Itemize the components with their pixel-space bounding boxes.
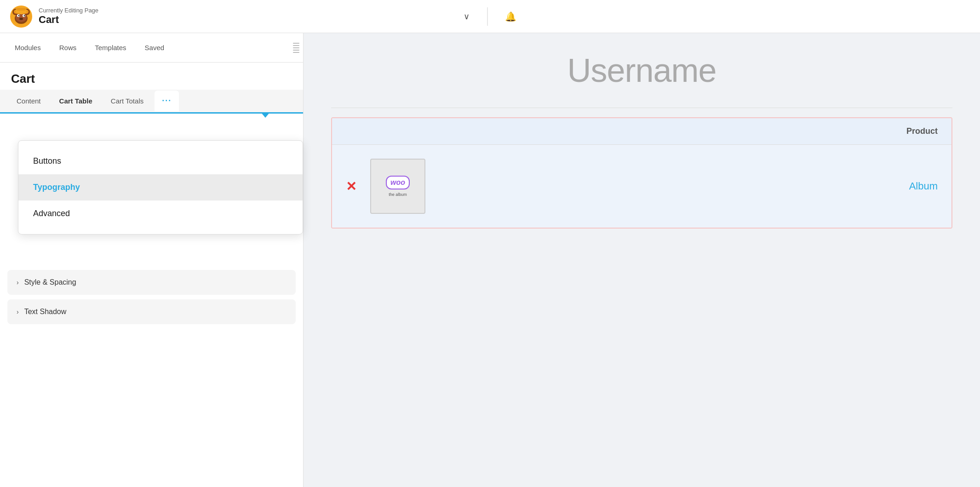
module-tab-cart-table[interactable]: Cart Table bbox=[50, 90, 102, 112]
main-layout: Modules Rows Templates Saved Cart Conten… bbox=[0, 33, 980, 487]
woo-logo: woo the album bbox=[386, 176, 410, 197]
more-dots-icon: ··· bbox=[162, 96, 172, 105]
top-header: Currently Editing Page Cart ∨ 🔔 bbox=[0, 0, 980, 33]
logo-icon bbox=[9, 5, 33, 29]
sidebar: Modules Rows Templates Saved Cart Conten… bbox=[0, 33, 304, 487]
module-tabbar: Content Cart Table Cart Totals ··· bbox=[0, 90, 303, 114]
dropdown-item-buttons[interactable]: Buttons bbox=[18, 148, 303, 174]
module-tab-content[interactable]: Content bbox=[7, 90, 50, 112]
remove-icon: ✕ bbox=[346, 179, 356, 194]
svg-point-9 bbox=[18, 15, 20, 16]
content-inner: Username Product ✕ woo bbox=[304, 33, 980, 247]
dropdown-item-advanced[interactable]: Advanced bbox=[18, 201, 303, 227]
svg-rect-15 bbox=[17, 8, 26, 11]
svg-point-10 bbox=[24, 15, 25, 16]
sidebar-tab-templates[interactable]: Templates bbox=[87, 40, 133, 55]
module-tab-cart-totals[interactable]: Cart Totals bbox=[102, 90, 153, 112]
product-name: Album bbox=[439, 180, 938, 192]
woo-subtitle: the album bbox=[386, 192, 410, 197]
chevron-right-icon: › bbox=[17, 279, 19, 286]
header-subtitle: Currently Editing Page bbox=[39, 7, 98, 14]
chevron-down-button[interactable]: ∨ bbox=[460, 8, 473, 25]
content-divider bbox=[331, 108, 952, 108]
sidebar-tabbar: Modules Rows Templates Saved bbox=[0, 33, 303, 63]
remove-item-button[interactable]: ✕ bbox=[346, 179, 356, 194]
product-thumbnail: woo the album bbox=[370, 159, 425, 214]
woo-bubble: woo bbox=[386, 176, 410, 189]
woo-text: woo bbox=[390, 178, 405, 186]
svg-point-11 bbox=[19, 17, 23, 20]
sidebar-tab-modules[interactable]: Modules bbox=[7, 40, 48, 55]
bell-icon: 🔔 bbox=[505, 11, 516, 22]
header-page-title: Cart bbox=[39, 14, 98, 26]
content-area: Username Product ✕ woo bbox=[304, 33, 980, 487]
sidebar-tab-rows[interactable]: Rows bbox=[52, 40, 84, 55]
accordion-style-spacing-label: Style & Spacing bbox=[24, 278, 76, 286]
chevron-right-icon-2: › bbox=[17, 308, 19, 315]
header-title-group: Currently Editing Page Cart bbox=[39, 7, 98, 26]
product-column-header: Product bbox=[906, 126, 938, 136]
dropdown-item-typography[interactable]: Typography bbox=[18, 174, 303, 201]
accordion-text-shadow[interactable]: › Text Shadow bbox=[7, 299, 296, 324]
accordion-section: › Style & Spacing › Text Shadow bbox=[0, 270, 303, 329]
cart-header-row: Product bbox=[332, 118, 951, 145]
dropdown-menu: Buttons Typography Advanced bbox=[18, 140, 303, 235]
accordion-text-shadow-label: Text Shadow bbox=[24, 308, 67, 316]
drag-handle[interactable] bbox=[293, 43, 299, 53]
header-center-controls: ∨ 🔔 bbox=[460, 7, 520, 26]
header-divider bbox=[487, 7, 487, 26]
chevron-down-icon: ∨ bbox=[464, 12, 470, 21]
sidebar-tab-saved[interactable]: Saved bbox=[138, 40, 172, 55]
username-heading: Username bbox=[331, 52, 952, 89]
cart-module-heading: Cart bbox=[0, 63, 303, 90]
cart-product-row: ✕ woo the album Album bbox=[332, 145, 951, 228]
accordion-style-spacing[interactable]: › Style & Spacing bbox=[7, 270, 296, 295]
cart-table-preview: Product ✕ woo the album Album bbox=[331, 117, 952, 229]
bell-button[interactable]: 🔔 bbox=[501, 7, 520, 26]
module-tab-more-button[interactable]: ··· bbox=[155, 91, 179, 111]
tab-dropdown-arrow bbox=[261, 112, 270, 118]
